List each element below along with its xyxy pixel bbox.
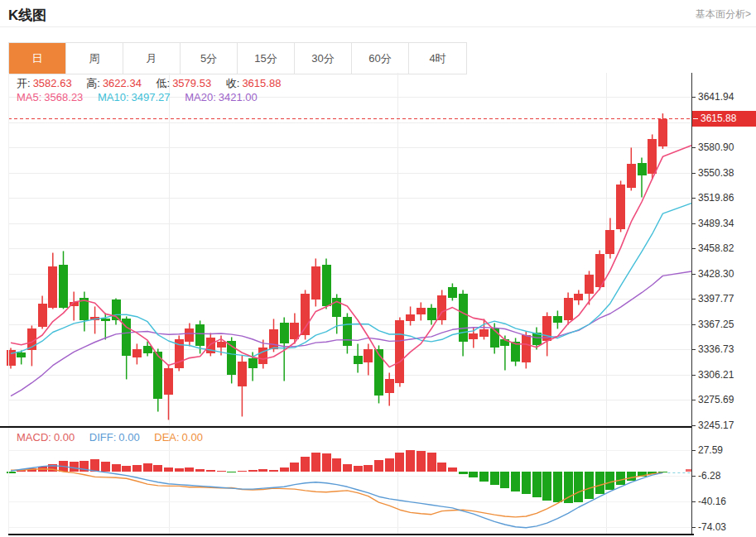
macd-hist-bar — [101, 462, 110, 472]
low-label: 低: — [156, 77, 171, 89]
candle-body — [638, 163, 647, 175]
macd-hist-bar — [153, 465, 162, 472]
y-axis-label: 3275.69 — [698, 394, 734, 406]
macd-hist-bar — [585, 472, 594, 499]
macd-legend: MACD:0.00 DIFF:0.00 DEA:0.00 — [17, 431, 214, 444]
y-axis-label: -40.16 — [698, 496, 726, 508]
dea-value: 0.00 — [182, 431, 203, 444]
candle-body — [490, 328, 499, 348]
macd-hist-bar — [385, 458, 394, 472]
candle-body — [427, 308, 436, 320]
candle-body — [522, 335, 531, 362]
candle-body — [269, 329, 278, 349]
macd-hist-bar — [427, 453, 436, 472]
candle-body — [301, 294, 310, 335]
macd-hist-bar — [532, 472, 542, 497]
macd-hist-bar — [595, 472, 604, 494]
candle-body — [143, 346, 152, 353]
y-axis-label: 3336.73 — [698, 343, 734, 356]
ma20-label: MA20: — [185, 91, 216, 103]
ma10-value: 3497.27 — [132, 91, 171, 103]
candle-body — [385, 379, 394, 393]
macd-hist-bar — [500, 472, 509, 488]
candle-body — [112, 300, 121, 320]
high-label: 高: — [86, 77, 100, 89]
macd-hist-bar — [522, 472, 531, 494]
macd-hist-bar — [511, 472, 520, 491]
macd-hist-bar — [164, 467, 173, 472]
macd-hist-bar — [311, 453, 320, 472]
y-axis-label: 3458.82 — [698, 242, 734, 255]
candle-body — [658, 119, 667, 146]
macd-hist-bar — [448, 467, 457, 472]
macd-hist-bar — [280, 467, 289, 472]
macd-hist-bar — [143, 463, 152, 472]
macd-hist-bar — [185, 467, 194, 472]
macd-hist-bar — [258, 469, 267, 472]
candle-body — [185, 328, 194, 342]
macd-hist-bar — [627, 472, 636, 481]
candle-body — [364, 349, 373, 362]
open-value: 3582.63 — [33, 77, 72, 89]
kline-page: K线图 基本面分析> 日周月5分15分30分60分4时 开:3582.63 高:… — [0, 0, 756, 537]
candle-body — [532, 333, 542, 345]
y-axis-label: 3245.17 — [698, 420, 734, 432]
close-label: 收: — [226, 77, 240, 89]
candle-body — [248, 358, 258, 368]
macd-hist-bar — [70, 462, 79, 472]
candle-body — [459, 294, 468, 342]
candle-body — [59, 265, 68, 308]
macd-hist-bar — [479, 472, 489, 482]
candle-body — [417, 308, 426, 314]
candle-body — [17, 352, 26, 357]
macd-hist-bar — [248, 470, 258, 472]
macd-value: 0.00 — [54, 431, 75, 444]
candle-body — [648, 139, 657, 174]
candle-body — [206, 338, 215, 353]
macd-hist-bar — [175, 468, 184, 472]
candle-body — [479, 329, 489, 337]
macd-hist-bar — [490, 472, 499, 485]
candle-body — [164, 368, 173, 395]
y-axis-label: -6.28 — [698, 470, 720, 482]
macd-hist-bar — [238, 471, 247, 472]
close-value: 3615.88 — [242, 77, 281, 89]
macd-hist-bar — [206, 470, 215, 472]
candle-body — [48, 266, 57, 308]
candle-body — [238, 362, 247, 386]
y-axis-label: 3428.30 — [698, 268, 734, 280]
open-label: 开: — [17, 77, 31, 89]
macd-hist-bar — [354, 466, 363, 472]
ma10-label: MA10: — [98, 91, 129, 103]
low-value: 3579.53 — [172, 77, 211, 89]
candle-body — [217, 342, 226, 348]
macd-hist-bar — [90, 459, 99, 472]
current-price-tag: 3615.88 — [692, 111, 756, 127]
macd-hist-bar — [269, 470, 278, 472]
candle-body — [38, 304, 47, 327]
macd-hist-bar — [7, 472, 16, 473]
candle-body — [553, 316, 562, 323]
candle-body — [101, 319, 110, 321]
macd-label: MACD: — [17, 431, 51, 444]
candle-body — [627, 164, 636, 188]
macd-hist-bar — [301, 457, 310, 472]
candle-body — [511, 342, 520, 362]
y-axis-label: 3550.38 — [698, 167, 734, 180]
y-axis-label: 27.59 — [698, 444, 723, 457]
macd-hist-bar — [574, 472, 583, 502]
y-axis-label: 3397.77 — [698, 293, 734, 305]
y-axis-label: 3641.94 — [698, 91, 734, 103]
candle-body — [322, 265, 331, 306]
macd-hist-bar — [553, 472, 562, 502]
candle-body — [280, 323, 289, 343]
macd-hist-bar — [364, 465, 373, 472]
macd-hist-bar — [217, 471, 226, 472]
ma5-label: MA5: — [17, 91, 41, 103]
candle-body — [406, 314, 415, 321]
ma-legend: MA5:3568.23 MA10:3497.27 MA20:3421.00 — [17, 91, 269, 103]
candle-body — [343, 317, 352, 346]
y-axis-label: 3306.21 — [698, 369, 734, 381]
macd-hist-bar — [469, 472, 478, 477]
high-value: 3622.34 — [103, 77, 142, 89]
